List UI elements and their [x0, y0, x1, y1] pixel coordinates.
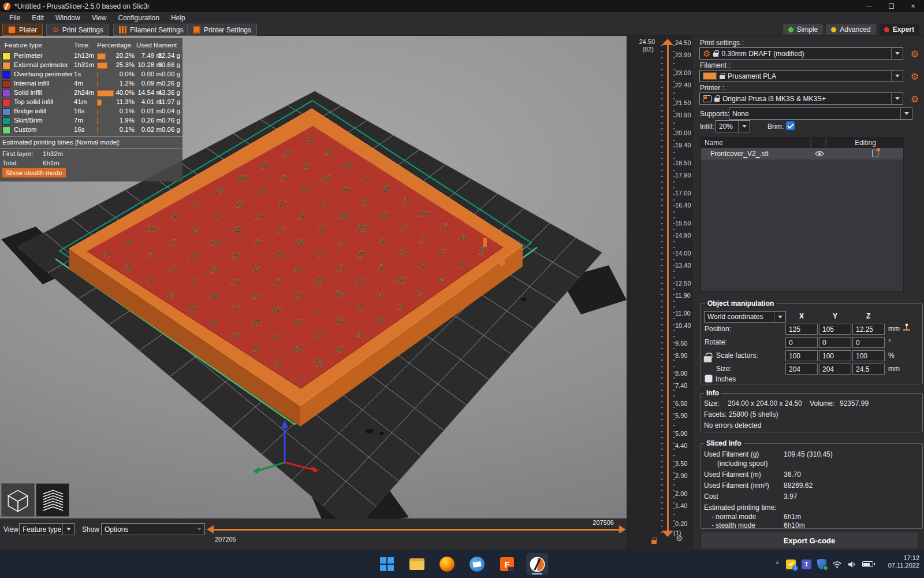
name-column-header[interactable]: Name: [701, 138, 810, 148]
hslider-left-handle[interactable]: [207, 525, 214, 533]
editing-icon[interactable]: [872, 150, 878, 157]
scale-y-input[interactable]: 100: [819, 350, 851, 361]
menu-view[interactable]: View: [86, 14, 113, 22]
printer-select[interactable]: Original Prusa i3 MK3S & MK3S+: [699, 92, 903, 105]
security-shield-tray-icon[interactable]: [817, 559, 826, 569]
menu-file[interactable]: File: [3, 14, 26, 22]
preview-view-button[interactable]: [36, 483, 69, 517]
tab-filament-settings[interactable]: Filament Settings: [113, 24, 189, 36]
object-row[interactable]: Frontcover_V2_.stl: [701, 148, 903, 160]
size-z-input[interactable]: 24.5: [852, 364, 885, 375]
print-settings-edit-gear[interactable]: ⚙: [909, 48, 921, 60]
tray-chevron-up-icon[interactable]: ^: [776, 560, 779, 568]
layer-tick: [661, 212, 663, 213]
layer-tick: [661, 532, 663, 533]
view-type-select[interactable]: Feature type: [19, 523, 74, 535]
position-x-input[interactable]: 125: [785, 324, 818, 335]
drop-to-bed-icon[interactable]: [902, 323, 911, 332]
folder-icon: [409, 558, 424, 570]
horizontal-move-slider[interactable]: [213, 529, 620, 531]
editing-column-header[interactable]: Editing: [826, 138, 904, 148]
layer-tick: [661, 301, 663, 302]
tab-printer-settings[interactable]: Printer Settings: [187, 24, 257, 36]
menu-help[interactable]: Help: [165, 14, 191, 22]
print-settings-select[interactable]: ⚙ 0.30mm DRAFT (modified): [699, 47, 903, 60]
brim-checkbox[interactable]: [786, 121, 795, 130]
layer-tick: [661, 514, 663, 515]
layer-tick: [673, 63, 675, 64]
layer-tick: [673, 51, 675, 52]
layer-tick: [661, 407, 663, 408]
tab-plater[interactable]: Plater: [2, 24, 43, 36]
advanced-dot-icon: [831, 27, 836, 32]
show-stealth-mode-button[interactable]: Show stealth mode: [2, 168, 66, 178]
layer-tick: [673, 419, 675, 420]
layer-tick: [673, 134, 675, 135]
scale-z-input[interactable]: 100: [852, 350, 885, 361]
close-button[interactable]: ×: [902, 0, 924, 12]
layer-slider-top-handle[interactable]: [662, 39, 673, 45]
layer-tick: [661, 472, 663, 473]
slider-settings-gear-icon[interactable]: ⚙: [676, 534, 683, 542]
teams-tray-icon[interactable]: T: [802, 560, 811, 569]
inches-checkbox[interactable]: [705, 375, 713, 383]
3d-editor-view-button[interactable]: [1, 483, 35, 517]
start-button[interactable]: [376, 553, 398, 575]
export-gcode-button[interactable]: Export G-code: [701, 532, 918, 549]
chevron-down-icon: [774, 312, 785, 322]
layer-tick: [661, 437, 663, 438]
layer-lock-icon[interactable]: [651, 540, 657, 544]
mode-simple-button[interactable]: Simple: [783, 24, 824, 35]
mode-advanced-button[interactable]: Advanced: [826, 24, 875, 35]
visibility-eye-icon[interactable]: [815, 150, 824, 157]
bed-hole: [521, 298, 527, 301]
infill-select[interactable]: 20%: [716, 120, 750, 132]
layer-tick: [673, 395, 675, 397]
maximize-button[interactable]: [880, 0, 902, 12]
size-y-input[interactable]: 204: [819, 364, 851, 375]
layer-tick: [673, 277, 675, 278]
menu-edit[interactable]: Edit: [26, 14, 50, 22]
uniform-scale-lock-icon[interactable]: [704, 356, 712, 362]
3d-viewport[interactable]: АБВГДЕЖЗИЙКЛМНОПРСТУФХЦЧШЩЪЫЬЭЮЯАБВГДЕЖЗ…: [0, 36, 627, 518]
filament-edit-gear[interactable]: ⚙: [909, 71, 921, 82]
size-x-input[interactable]: 204: [785, 364, 818, 375]
hslider-right-handle[interactable]: [619, 525, 626, 533]
mode-expert-button[interactable]: Expert: [879, 24, 919, 35]
scale-x-input[interactable]: 100: [785, 350, 818, 361]
chevron-down-icon: [193, 524, 204, 535]
layer-label: 20.90: [675, 112, 691, 118]
coordinates-select[interactable]: World coordinates: [704, 311, 786, 323]
position-z-input[interactable]: 12.25: [852, 324, 885, 335]
position-y-input[interactable]: 105: [819, 324, 851, 335]
rotate-y-input[interactable]: 0: [819, 337, 851, 348]
wifi-tray-icon[interactable]: [832, 561, 842, 568]
minimize-button[interactable]: [858, 0, 880, 12]
layer-tick: [673, 45, 675, 46]
tray-app-icon[interactable]: 1: [786, 560, 796, 569]
legend-row: Overhang perimeter1s0.0%0.00 m0.00 g: [0, 71, 182, 80]
volume-tray-icon[interactable]: [848, 561, 856, 568]
printer-edit-gear[interactable]: ⚙: [909, 93, 921, 105]
prusaslicer-taskbar-button[interactable]: [526, 553, 548, 575]
menu-window[interactable]: Window: [50, 14, 86, 22]
view-label: View: [3, 525, 18, 533]
show-options-select[interactable]: Options: [101, 523, 205, 535]
layer-slider-bottom-handle[interactable]: [662, 531, 673, 537]
rotate-z-input[interactable]: 0: [852, 337, 885, 348]
first-layer-time: 1h32m: [43, 150, 63, 157]
firefox-button[interactable]: [436, 553, 458, 575]
thunderbird-button[interactable]: [466, 553, 488, 575]
legend-row: Skirt/Brim7m1.9%0.26 m0.76 g: [0, 117, 182, 126]
rotate-x-input[interactable]: 0: [785, 337, 818, 348]
layer-tick: [661, 497, 663, 498]
battery-tray-icon[interactable]: [862, 561, 873, 567]
layer-slider-track[interactable]: [667, 45, 669, 532]
supports-select[interactable]: None: [729, 108, 912, 120]
menu-configuration[interactable]: Configuration: [113, 14, 165, 22]
fusion360-button[interactable]: F: [496, 553, 518, 575]
file-explorer-button[interactable]: [406, 553, 428, 575]
taskbar-clock[interactable]: 17:12 07.11.2022: [888, 554, 919, 569]
tab-print-settings[interactable]: ⚙ Print Settings: [46, 24, 109, 36]
filament-select[interactable]: Prusament PLA: [699, 70, 903, 82]
